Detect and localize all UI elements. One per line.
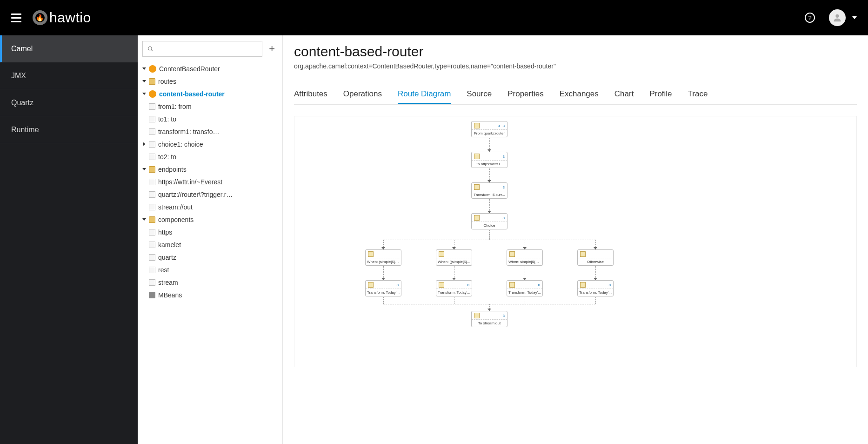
item-icon: [149, 103, 155, 110]
node-metric-b: 0: [467, 283, 469, 287]
sidebar-item-label: Quartz: [11, 99, 33, 107]
folder-icon: [149, 78, 155, 85]
chevron-icon[interactable]: [142, 80, 146, 82]
diagram-node[interactable]: 0 Transform: Today'...: [436, 280, 472, 296]
item-icon: [149, 116, 155, 122]
node-metric-b: 3: [503, 314, 505, 318]
item-icon: [149, 179, 155, 185]
tree-item[interactable]: stream: [140, 276, 280, 289]
node-icon: [368, 282, 374, 288]
sidebar-item-jmx[interactable]: JMX: [0, 62, 138, 89]
node-metric-b: 3: [503, 124, 505, 128]
diagram-node[interactable]: 3 Transform: Today'...: [365, 280, 401, 296]
diagram-node[interactable]: When: simple[${bo...: [507, 249, 543, 266]
tab-route diagram[interactable]: Route Diagram: [398, 84, 451, 104]
tree-item-label: stream://out: [158, 203, 193, 211]
tree-item[interactable]: stream://out: [140, 201, 280, 213]
tree-item-label: https: [158, 229, 172, 236]
diagram-node[interactable]: 3 Transform: $.curr...: [471, 182, 507, 199]
sidebar-item-quartz[interactable]: Quartz: [0, 89, 138, 116]
diagram-node[interactable]: 03 From quartz:router: [471, 121, 507, 137]
tree-item[interactable]: rest: [140, 263, 280, 276]
tab-attributes[interactable]: Attributes: [294, 84, 327, 104]
tree-item[interactable]: routes: [140, 75, 280, 87]
tree-item[interactable]: MBeans: [140, 289, 280, 301]
node-metric-a: 0: [498, 124, 500, 128]
diagram-edge: [383, 297, 384, 304]
node-metric-b: 3: [397, 283, 399, 287]
sidebar-item-label: Runtime: [11, 126, 39, 134]
chevron-down-icon: [852, 16, 857, 19]
sidebar: Camel JMX Quartz Runtime: [0, 35, 138, 444]
node-label: To https://wttr.i...: [472, 161, 507, 166]
tree-item[interactable]: ContentBasedRouter: [140, 62, 280, 75]
tree: ContentBasedRouter routes content-based-…: [138, 62, 282, 310]
chevron-icon[interactable]: [143, 142, 146, 146]
tree-item-label: ContentBasedRouter: [159, 65, 220, 73]
chevron-icon[interactable]: [142, 218, 146, 221]
diagram-node[interactable]: 0 Transform: Today'...: [577, 280, 614, 296]
tree-item[interactable]: content-based-router: [140, 87, 280, 100]
tree-item[interactable]: to2: to: [140, 150, 280, 163]
tree-add-button[interactable]: +: [266, 43, 278, 55]
node-label: Transform: Today'...: [366, 289, 401, 295]
search-icon: [147, 46, 154, 52]
diagram-node[interactable]: 0 Transform: Today'...: [507, 280, 543, 296]
diagram-node[interactable]: 3 Choice: [471, 213, 507, 229]
tree-item[interactable]: https: [140, 226, 280, 238]
folder-icon: [149, 216, 155, 223]
content-area: content-based-router org.apache.camel:co…: [283, 35, 868, 444]
tab-exchanges[interactable]: Exchanges: [560, 84, 599, 104]
tree-search-field[interactable]: [156, 46, 257, 53]
tree-item-label: kamelet: [158, 241, 181, 249]
tab-trace[interactable]: Trace: [688, 84, 708, 104]
tab-operations[interactable]: Operations: [343, 84, 382, 104]
sidebar-item-camel[interactable]: Camel: [0, 35, 138, 62]
node-label: To stream:out: [472, 320, 507, 325]
item-icon: [149, 254, 155, 261]
node-label: Otherwise: [578, 258, 613, 264]
menu-toggle-button[interactable]: [11, 13, 21, 22]
user-menu[interactable]: [829, 9, 857, 26]
route-diagram[interactable]: 03 From quartz:router 3 To https://wttr.…: [294, 116, 857, 367]
brand-logo[interactable]: 🔥 hawtio: [33, 10, 91, 26]
tree-search-input[interactable]: [142, 41, 262, 57]
tree-item[interactable]: to1: to: [140, 113, 280, 125]
tab-properties[interactable]: Properties: [507, 84, 543, 104]
item-icon: [149, 279, 155, 286]
tree-item[interactable]: quartz: [140, 251, 280, 263]
tree-item[interactable]: kamelet: [140, 238, 280, 251]
tree-panel: + ContentBasedRouter routes content-base…: [138, 35, 283, 444]
chevron-icon[interactable]: [142, 168, 146, 170]
arrow-icon: [487, 211, 491, 213]
tree-item[interactable]: https://wttr.in/~Everest: [140, 175, 280, 188]
chevron-icon[interactable]: [142, 93, 146, 95]
tree-item[interactable]: quartz://router\?trigger.r…: [140, 188, 280, 201]
tree-item[interactable]: choice1: choice: [140, 138, 280, 150]
node-icon: [474, 123, 480, 128]
tab-source[interactable]: Source: [467, 84, 492, 104]
diagram-node[interactable]: 3 To https://wttr.i...: [471, 152, 507, 168]
tree-item[interactable]: transform1: transfo…: [140, 125, 280, 138]
node-icon: [439, 251, 444, 257]
tree-item-label: to2: to: [158, 153, 176, 161]
chevron-icon[interactable]: [142, 67, 146, 70]
tab-profile[interactable]: Profile: [649, 84, 672, 104]
tree-item[interactable]: endpoints: [140, 163, 280, 175]
diagram-node[interactable]: Otherwise: [577, 249, 614, 266]
tab-chart[interactable]: Chart: [614, 84, 634, 104]
tree-item-label: from1: from: [158, 103, 192, 110]
tree-item[interactable]: components: [140, 213, 280, 226]
node-metric-b: 3: [503, 216, 505, 220]
diagram-node[interactable]: When: (simple[${bo...: [365, 249, 401, 266]
svg-point-0: [835, 14, 839, 18]
help-icon[interactable]: ?: [805, 13, 815, 23]
tree-item[interactable]: from1: from: [140, 100, 280, 113]
diagram-node[interactable]: 3 To stream:out: [471, 311, 507, 327]
tree-item-label: https://wttr.in/~Everest: [158, 178, 222, 186]
page-subtitle: org.apache.camel:context=ContentBasedRou…: [294, 62, 857, 70]
node-label: From quartz:router: [472, 130, 507, 135]
sidebar-item-runtime[interactable]: Runtime: [0, 116, 138, 143]
node-label: Transform: Today'...: [507, 289, 542, 295]
diagram-node[interactable]: When: ((simple[${...: [436, 249, 472, 266]
